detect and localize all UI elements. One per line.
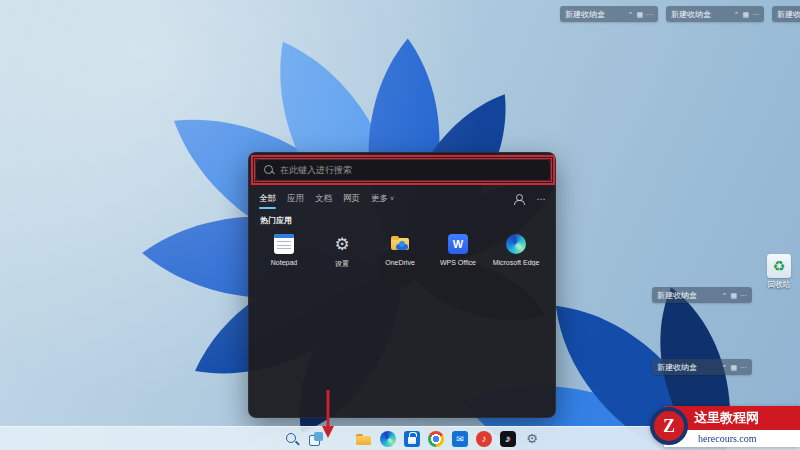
taskbar-start-button[interactable] bbox=[260, 431, 276, 447]
notepad-icon bbox=[274, 234, 294, 254]
storage-box-title: 新建收纳盒 bbox=[657, 290, 719, 301]
more-icon[interactable]: ⋯ bbox=[740, 364, 747, 371]
envelope-icon: ✉ bbox=[456, 434, 464, 444]
onedrive-icon bbox=[390, 234, 410, 254]
search-panel: 全部 应用 文档 网页 更多˅ ⋯ 热门应用 Notepad ⚙ 设置 OneD… bbox=[248, 152, 556, 418]
storage-box-title: 新建收纳盒 bbox=[777, 9, 800, 20]
recycle-bin-label: 回收站 bbox=[756, 280, 800, 290]
collapse-icon[interactable]: ⌃ bbox=[722, 292, 728, 299]
search-box[interactable] bbox=[255, 159, 551, 181]
recycle-bin-icon: ♻ bbox=[767, 254, 791, 278]
grid-icon[interactable]: ▦ bbox=[742, 11, 749, 18]
music-note-icon: ♪ bbox=[482, 433, 487, 444]
pointer-arrow-annotation bbox=[320, 390, 336, 438]
storage-box[interactable]: 新建收纳盒 ⌃ ▦ ⋯ bbox=[652, 287, 752, 303]
app-tile-settings[interactable]: ⚙ 设置 bbox=[315, 229, 369, 273]
taskbar-store-icon[interactable] bbox=[404, 431, 420, 447]
collapse-icon[interactable]: ⌃ bbox=[734, 11, 740, 18]
taskbar-tiktok-icon[interactable]: ♪ bbox=[500, 431, 516, 447]
app-label: 设置 bbox=[317, 259, 367, 269]
edge-icon bbox=[506, 234, 526, 254]
chevron-down-icon: ˅ bbox=[390, 195, 394, 202]
top-apps-row: Notepad ⚙ 设置 OneDrive W WPS Office Micro… bbox=[257, 229, 543, 273]
storage-box[interactable]: 新建收纳盒 ⌃ ▦ ⋯ bbox=[652, 359, 752, 375]
taskbar-mail-icon[interactable]: ✉ bbox=[452, 431, 468, 447]
taskbar-search-button[interactable] bbox=[284, 431, 300, 447]
search-filter-tabs: 全部 应用 文档 网页 更多˅ ⋯ bbox=[259, 191, 547, 207]
app-tile-notepad[interactable]: Notepad bbox=[257, 229, 311, 273]
storage-box[interactable]: 新建收纳盒 ⌃ ▦ ⋯ bbox=[560, 6, 658, 22]
storage-box-title: 新建收纳盒 bbox=[671, 9, 731, 20]
storage-box-title: 新建收纳盒 bbox=[565, 9, 625, 20]
music-note-icon: ♪ bbox=[506, 433, 511, 444]
taskbar-chrome-icon[interactable] bbox=[428, 431, 444, 447]
storage-box[interactable]: 新建收纳盒 ⌃ ▦ ⋯ bbox=[666, 6, 764, 22]
search-icon bbox=[263, 164, 275, 176]
taskbar-file-explorer-icon[interactable] bbox=[356, 431, 372, 447]
wps-office-icon: W bbox=[448, 234, 468, 254]
more-options-icon[interactable]: ⋯ bbox=[535, 193, 547, 205]
grid-icon[interactable]: ▦ bbox=[636, 11, 643, 18]
taskbar-edge-icon[interactable] bbox=[380, 431, 396, 447]
tab-web[interactable]: 网页 bbox=[343, 193, 360, 205]
more-icon[interactable]: ⋯ bbox=[740, 292, 747, 299]
search-input[interactable] bbox=[280, 165, 550, 175]
taskbar-music-icon[interactable]: ♪ bbox=[476, 431, 492, 447]
more-icon[interactable]: ⋯ bbox=[646, 11, 653, 18]
storage-box-title: 新建收纳盒 bbox=[657, 362, 719, 373]
taskbar-settings-icon[interactable]: ⚙ bbox=[524, 431, 540, 447]
storage-box[interactable]: 新建收纳盒 ⌃ ▦ ⋯ bbox=[772, 6, 800, 22]
settings-gear-icon: ⚙ bbox=[332, 234, 352, 254]
tab-documents[interactable]: 文档 bbox=[315, 193, 332, 205]
app-label: OneDrive bbox=[375, 259, 425, 266]
more-icon[interactable]: ⋯ bbox=[752, 11, 759, 18]
watermark: 这里教程网 herecours.com Z bbox=[650, 406, 800, 448]
collapse-icon[interactable]: ⌃ bbox=[722, 364, 728, 371]
app-label: Notepad bbox=[259, 259, 309, 266]
app-tile-onedrive[interactable]: OneDrive bbox=[373, 229, 427, 273]
app-tile-wps-office[interactable]: W WPS Office bbox=[431, 229, 485, 273]
section-title: 热门应用 bbox=[260, 215, 292, 226]
collapse-icon[interactable]: ⌃ bbox=[628, 11, 634, 18]
tab-more[interactable]: 更多˅ bbox=[371, 193, 394, 205]
tab-all[interactable]: 全部 bbox=[259, 193, 276, 205]
grid-icon[interactable]: ▦ bbox=[730, 364, 737, 371]
tab-apps[interactable]: 应用 bbox=[287, 193, 304, 205]
watermark-logo: Z bbox=[650, 407, 688, 445]
app-tile-edge[interactable]: Microsoft Edge bbox=[489, 229, 543, 273]
app-label: Microsoft Edge bbox=[491, 259, 541, 266]
desktop: 新建收纳盒 ⌃ ▦ ⋯ 新建收纳盒 ⌃ ▦ ⋯ 新建收纳盒 ⌃ ▦ ⋯ 新建收纳… bbox=[0, 0, 800, 450]
app-label: WPS Office bbox=[433, 259, 483, 266]
account-icon[interactable] bbox=[512, 193, 524, 205]
gear-icon: ⚙ bbox=[526, 431, 538, 446]
recycle-bin-shortcut[interactable]: ♻ 回收站 bbox=[756, 254, 800, 290]
grid-icon[interactable]: ▦ bbox=[730, 292, 737, 299]
